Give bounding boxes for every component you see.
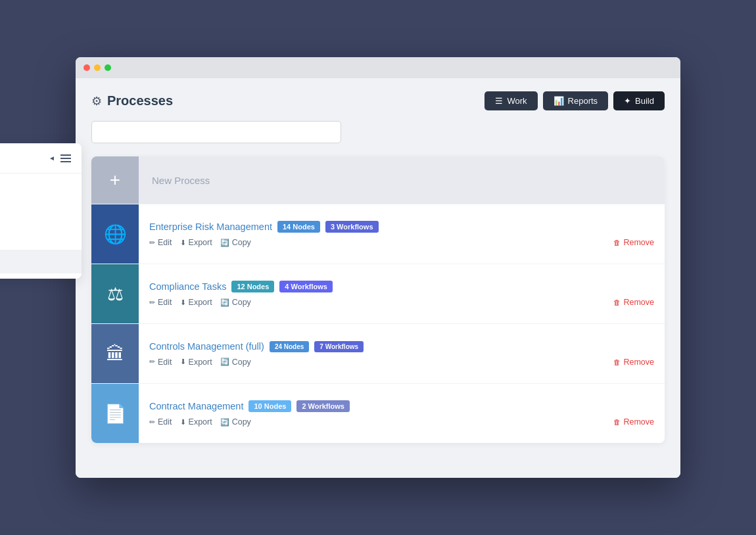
controls-management-name-row: Controls Management (full) 24 Nodes 7 Wo…	[149, 341, 654, 352]
enterprise-risk-name-row: Enterprise Risk Management 14 Nodes 3 Wo…	[149, 221, 654, 233]
sidebar-item-layouts[interactable]: ⊞ Layouts	[0, 226, 82, 250]
table-row: ⚖ Compliance Tasks 12 Nodes 4 Workflows …	[91, 264, 665, 323]
compliance-tasks-copy[interactable]: 🔄 Copy	[220, 298, 251, 307]
sidebar-controls: ◄	[49, 154, 71, 162]
enterprise-risk-edit[interactable]: ✏ Edit	[149, 238, 172, 247]
controls-management-copy[interactable]: 🔄 Copy	[220, 358, 251, 367]
sidebar-chevron-icon[interactable]: ◄	[49, 154, 55, 162]
controls-management-nodes-badge: 24 Nodes	[270, 341, 309, 352]
page-title-section: ⚙ Processes	[91, 93, 173, 108]
contract-management-export[interactable]: ⬇ Export	[180, 417, 212, 427]
edit-icon: ✏	[149, 418, 155, 427]
enterprise-risk-remove[interactable]: 🗑 Remove	[613, 238, 654, 247]
contract-management-remove[interactable]: 🗑 Remove	[613, 417, 654, 427]
export-icon: ⬇	[180, 418, 186, 427]
browser-content: ⚙ Processes ☰ Work 📊 Reports ✦ Build	[76, 78, 680, 478]
process-list: + New Process 🌐 Enterprise Risk Manageme…	[91, 156, 665, 443]
contract-management-name-row: Contract Management 10 Nodes 2 Workflows	[149, 400, 654, 412]
search-input[interactable]	[91, 121, 341, 143]
controls-management-edit[interactable]: ✏ Edit	[149, 358, 172, 367]
build-label: Build	[635, 96, 654, 106]
table-row: 📄 Contract Management 10 Nodes 2 Workflo…	[91, 383, 665, 443]
globe-icon: 🌐	[104, 223, 127, 245]
gavel-icon: ⚖	[107, 283, 124, 305]
sidebar-item-access[interactable]: 🔍 Access	[0, 179, 82, 202]
sidebar-header: Build ◄	[0, 143, 82, 174]
remove-icon: 🗑	[613, 239, 621, 246]
compliance-tasks-workflows-badge: 4 Workflows	[279, 281, 333, 292]
export-icon: ⬇	[180, 358, 186, 366]
contract-management-copy[interactable]: 🔄 Copy	[220, 417, 251, 427]
sidebar-menu-icon[interactable]	[60, 154, 71, 162]
work-label: Work	[507, 96, 527, 106]
enterprise-risk-name: Enterprise Risk Management	[149, 221, 272, 232]
new-process-icon: +	[91, 156, 139, 204]
edit-icon: ✏	[149, 358, 155, 366]
sidebar-item-jobs[interactable]: ↻ Jobs	[0, 202, 82, 226]
main-content: Build ◄ 🔍 Access	[91, 156, 665, 443]
building-icon: 🏛	[106, 343, 124, 365]
enterprise-risk-copy[interactable]: 🔄 Copy	[220, 238, 251, 247]
enterprise-risk-export[interactable]: ⬇ Export	[180, 238, 212, 247]
table-row: 🏛 Controls Management (full) 24 Nodes 7 …	[91, 323, 665, 383]
export-icon: ⬇	[180, 298, 186, 307]
sidebar-nav: 🔍 Access ↻ Jobs ⊞ Layouts ⚙ Processes	[0, 174, 82, 279]
copy-icon: 🔄	[220, 358, 229, 366]
enterprise-risk-actions: ✏ Edit ⬇ Export 🔄 Copy	[149, 238, 654, 247]
edit-icon: ✏	[149, 239, 155, 247]
remove-icon: 🗑	[613, 418, 621, 426]
contract-management-name: Contract Management	[149, 401, 243, 411]
controls-management-export[interactable]: ⬇ Export	[180, 358, 212, 367]
export-icon: ⬇	[180, 239, 186, 247]
compliance-tasks-remove[interactable]: 🗑 Remove	[613, 298, 654, 307]
build-button[interactable]: ✦ Build	[613, 91, 665, 110]
contract-management-icon-box: 📄	[91, 384, 139, 443]
new-process-row[interactable]: + New Process	[91, 156, 665, 204]
contract-management-workflows-badge: 2 Workflows	[296, 400, 350, 412]
menu-line-2	[60, 158, 71, 159]
compliance-tasks-nodes-badge: 12 Nodes	[231, 281, 274, 292]
contract-management-edit[interactable]: ✏ Edit	[149, 417, 172, 427]
edit-icon: ✏	[149, 298, 155, 307]
controls-management-name: Controls Management (full)	[149, 341, 264, 352]
contract-management-nodes-badge: 10 Nodes	[248, 400, 291, 412]
header-buttons: ☰ Work 📊 Reports ✦ Build	[484, 91, 665, 110]
reports-icon: 📊	[554, 96, 564, 106]
controls-management-info: Controls Management (full) 24 Nodes 7 Wo…	[139, 333, 665, 375]
controls-management-remove[interactable]: 🗑 Remove	[613, 358, 654, 367]
dot-yellow[interactable]	[94, 64, 101, 71]
browser-titlebar	[76, 57, 680, 78]
work-button[interactable]: ☰ Work	[484, 91, 537, 110]
enterprise-risk-info: Enterprise Risk Management 14 Nodes 3 Wo…	[139, 213, 665, 255]
search-row	[91, 121, 665, 143]
dot-red[interactable]	[83, 64, 90, 71]
remove-icon: 🗑	[613, 298, 621, 306]
compliance-tasks-edit[interactable]: ✏ Edit	[149, 298, 172, 307]
new-process-label: New Process	[139, 175, 210, 186]
work-icon: ☰	[495, 96, 503, 106]
controls-management-workflows-badge: 7 Workflows	[314, 341, 364, 352]
compliance-tasks-name-row: Compliance Tasks 12 Nodes 4 Workflows	[149, 281, 654, 292]
page-title: Processes	[107, 93, 173, 108]
contract-management-info: Contract Management 10 Nodes 2 Workflows…	[139, 392, 665, 434]
dot-green[interactable]	[105, 64, 111, 71]
remove-icon: 🗑	[613, 358, 621, 366]
build-icon: ✦	[624, 96, 631, 106]
browser-window: ⚙ Processes ☰ Work 📊 Reports ✦ Build	[76, 57, 680, 478]
compliance-tasks-name: Compliance Tasks	[149, 281, 226, 292]
enterprise-risk-icon-box: 🌐	[91, 204, 139, 264]
document-icon: 📄	[104, 403, 127, 425]
menu-line-3	[60, 161, 71, 162]
contract-management-actions: ✏ Edit ⬇ Export 🔄 Copy	[149, 417, 654, 427]
controls-management-actions: ✏ Edit ⬇ Export 🔄 Copy	[149, 358, 654, 367]
compliance-tasks-icon-box: ⚖	[91, 264, 139, 323]
controls-management-icon-box: 🏛	[91, 324, 139, 383]
sidebar-item-processes[interactable]: ⚙ Processes	[0, 250, 82, 273]
menu-line-1	[60, 154, 71, 156]
compliance-tasks-export[interactable]: ⬇ Export	[180, 298, 212, 307]
processes-title-icon: ⚙	[91, 94, 102, 108]
copy-icon: 🔄	[220, 239, 229, 247]
reports-button[interactable]: 📊 Reports	[543, 91, 609, 110]
copy-icon: 🔄	[220, 418, 229, 427]
plus-icon: +	[110, 170, 120, 191]
